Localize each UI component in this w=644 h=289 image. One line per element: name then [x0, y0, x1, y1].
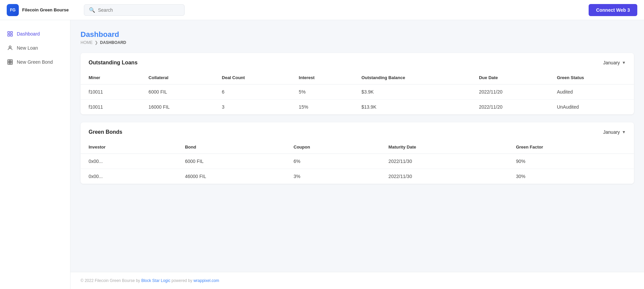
cell-miner: f10011 — [81, 84, 141, 100]
col-green-status: Green Status — [549, 71, 634, 84]
cell-green-factor: 90% — [508, 154, 634, 169]
cell-deal-count: 6 — [214, 84, 291, 100]
svg-rect-3 — [11, 35, 12, 36]
cell-due-date: 2022/11/20 — [471, 100, 549, 115]
cell-deal-count: 3 — [214, 100, 291, 115]
page-title: Dashboard — [81, 30, 634, 39]
outstanding-loans-header: Outstanding Loans January ▼ — [81, 53, 634, 71]
breadcrumb-separator: ❯ — [95, 40, 98, 45]
cell-outstanding-balance: $3.9K — [353, 84, 471, 100]
dashboard-icon — [7, 31, 13, 37]
footer-middle: powered by — [170, 278, 194, 283]
sidebar-item-dashboard[interactable]: Dashboard — [0, 27, 70, 41]
page-header: Dashboard HOME ❯ DASHBOARD — [81, 30, 634, 45]
cell-investor: 0x00... — [81, 169, 177, 184]
green-bonds-month-select[interactable]: January ▼ — [603, 129, 626, 135]
main-content: Dashboard HOME ❯ DASHBOARD Outstanding L… — [70, 20, 644, 272]
svg-rect-0 — [8, 32, 9, 33]
green-bonds-month-label: January — [603, 129, 620, 135]
search-icon: 🔍 — [89, 7, 95, 13]
cell-coupon: 6% — [286, 154, 381, 169]
col-outstanding-balance: Outstanding Balance — [353, 71, 471, 84]
logo-area: FG Filecoin Green Bourse — [7, 4, 77, 16]
cell-coupon: 3% — [286, 169, 381, 184]
outstanding-loans-table: Miner Collateral Deal Count Interest Out… — [81, 71, 634, 114]
col-due-date: Due Date — [471, 71, 549, 84]
table-row: f10011 6000 FIL 6 5% $3.9K 2022/11/20 Au… — [81, 84, 634, 100]
col-investor: Investor — [81, 140, 177, 154]
logo-text: Filecoin Green Bourse — [22, 7, 69, 12]
footer-link-blockstar[interactable]: Block Star Logic — [141, 278, 170, 283]
cell-green-status: UnAudited — [549, 100, 634, 115]
chevron-down-icon: ▼ — [622, 130, 626, 134]
green-bonds-table: Investor Bond Coupon Maturity Date Green… — [81, 140, 634, 184]
cell-green-factor: 30% — [508, 169, 634, 184]
cell-bond: 46000 FIL — [177, 169, 286, 184]
col-collateral: Collateral — [141, 71, 214, 84]
footer-text: © 2022 Filecoin Green Bourse by — [81, 278, 141, 283]
search-wrapper[interactable]: 🔍 — [84, 4, 185, 16]
sidebar-item-new-green-bond[interactable]: New Green Bond — [0, 55, 70, 69]
cell-maturity-date: 2022/11/30 — [381, 154, 508, 169]
cell-investor: 0x00... — [81, 154, 177, 169]
chevron-down-icon: ▼ — [622, 60, 626, 65]
table-row: 0x00... 46000 FIL 3% 2022/11/30 30% — [81, 169, 634, 184]
col-interest: Interest — [291, 71, 353, 84]
cell-due-date: 2022/11/20 — [471, 84, 549, 100]
green-bonds-title: Green Bonds — [89, 129, 122, 135]
cell-green-status: Audited — [549, 84, 634, 100]
logo-icon: FG — [7, 4, 19, 16]
grid-icon — [7, 59, 13, 65]
person-icon — [7, 45, 13, 51]
outstanding-loans-month-select[interactable]: January ▼ — [603, 60, 626, 65]
col-green-factor: Green Factor — [508, 140, 634, 154]
col-coupon: Coupon — [286, 140, 381, 154]
outstanding-loans-header-row: Miner Collateral Deal Count Interest Out… — [81, 71, 634, 84]
table-row: 0x00... 6000 FIL 6% 2022/11/30 90% — [81, 154, 634, 169]
breadcrumb-home: HOME — [81, 40, 93, 45]
col-deal-count: Deal Count — [214, 71, 291, 84]
col-miner: Miner — [81, 71, 141, 84]
cell-interest: 5% — [291, 84, 353, 100]
green-bonds-header: Green Bonds January ▼ — [81, 122, 634, 140]
cell-outstanding-balance: $13.9K — [353, 100, 471, 115]
outstanding-loans-card: Outstanding Loans January ▼ Miner Collat… — [81, 53, 634, 114]
footer: © 2022 Filecoin Green Bourse by Block St… — [70, 272, 644, 289]
svg-rect-1 — [11, 32, 12, 33]
cell-collateral: 6000 FIL — [141, 84, 214, 100]
sidebar: Dashboard New Loan New Green Bond — [0, 20, 70, 289]
svg-rect-13 — [11, 63, 12, 64]
cell-miner: f10011 — [81, 100, 141, 115]
footer-link-wrappixel[interactable]: wrappixel.com — [193, 278, 219, 283]
search-area: 🔍 — [77, 4, 589, 16]
green-bonds-card: Green Bonds January ▼ Investor Bond Coup… — [81, 122, 634, 184]
outstanding-loans-month-label: January — [603, 60, 620, 65]
breadcrumb-current: DASHBOARD — [100, 40, 126, 45]
sidebar-dashboard-label: Dashboard — [17, 31, 40, 37]
main-layout: Dashboard New Loan New Green Bond Dashbo… — [0, 20, 644, 272]
col-maturity-date: Maturity Date — [381, 140, 508, 154]
sidebar-new-loan-label: New Loan — [17, 45, 38, 51]
svg-point-4 — [9, 46, 11, 48]
svg-rect-2 — [8, 35, 9, 36]
connect-web3-button[interactable]: Connect Web 3 — [589, 4, 637, 16]
sidebar-new-green-bond-label: New Green Bond — [17, 59, 53, 65]
green-bonds-header-row: Investor Bond Coupon Maturity Date Green… — [81, 140, 634, 154]
cell-collateral: 16000 FIL — [141, 100, 214, 115]
cell-interest: 15% — [291, 100, 353, 115]
search-input[interactable] — [98, 7, 180, 13]
cell-bond: 6000 FIL — [177, 154, 286, 169]
outstanding-loans-title: Outstanding Loans — [89, 60, 138, 66]
topbar: FG Filecoin Green Bourse 🔍 Connect Web 3 — [0, 0, 644, 20]
cell-maturity-date: 2022/11/30 — [381, 169, 508, 184]
table-row: f10011 16000 FIL 3 15% $13.9K 2022/11/20… — [81, 100, 634, 115]
sidebar-item-new-loan[interactable]: New Loan — [0, 41, 70, 55]
breadcrumb: HOME ❯ DASHBOARD — [81, 40, 634, 45]
col-bond: Bond — [177, 140, 286, 154]
